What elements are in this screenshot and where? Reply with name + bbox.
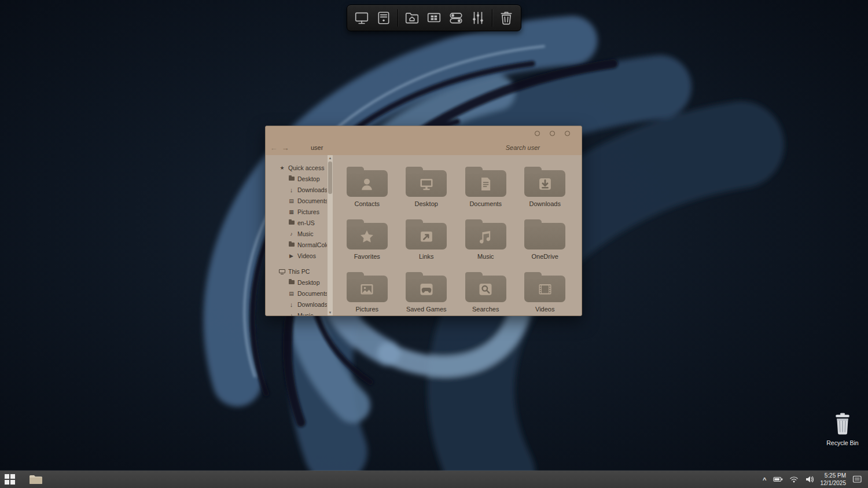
taskbar-clock[interactable]: 5:25 PM 12/1/2025	[821, 472, 847, 487]
sidebar-item-documents[interactable]: ▤ Documents	[266, 195, 327, 206]
sidebar-item-en-us[interactable]: en-US	[266, 217, 327, 228]
folder-label: Contacts	[355, 201, 380, 207]
folder-icon	[524, 276, 565, 302]
sidebar-item-downloads[interactable]: ↓ Downloads	[266, 184, 327, 195]
toggles-icon	[448, 10, 464, 25]
sidebar-item-label: NormalColor	[297, 241, 327, 248]
folder-tile-onedrive[interactable]: OneDrive	[516, 215, 575, 267]
titlebar[interactable]	[266, 126, 582, 140]
battery-tray-button[interactable]	[773, 475, 783, 484]
sidebar-item-desktop[interactable]: Desktop	[266, 173, 327, 184]
dock-windows-drive-button[interactable]	[423, 8, 445, 28]
monitor-icon	[354, 10, 369, 25]
sidebar-section-label: Quick access	[288, 164, 324, 171]
maximize-button[interactable]	[550, 131, 555, 136]
sidebar-item-videos[interactable]: ▶ Videos	[266, 250, 327, 261]
sidebar-item-pc-desktop[interactable]: Desktop	[266, 277, 327, 288]
download-icon	[536, 176, 554, 192]
scroll-up-arrow[interactable]: ▲	[328, 155, 333, 161]
folder-tile-downloads[interactable]: Downloads	[516, 162, 575, 215]
server-icon	[376, 10, 391, 25]
sidebar-section-this-pc[interactable]: This PC	[266, 266, 327, 277]
recycle-bin-shortcut[interactable]: Recycle Bin	[826, 412, 859, 446]
close-button[interactable]	[565, 131, 570, 136]
dock-home-folder-button[interactable]	[401, 8, 423, 28]
folder-tile-links[interactable]: Links	[397, 215, 457, 267]
folder-icon	[289, 280, 295, 284]
folder-grid: Contacts Desktop	[337, 162, 575, 315]
windows-logo-icon	[5, 474, 15, 485]
volume-tray-button[interactable]	[805, 475, 814, 484]
breadcrumb[interactable]: user	[311, 144, 323, 151]
file-explorer-window: ← → user Search user ★ Quick access Desk…	[265, 126, 582, 316]
dock-sliders-button[interactable]	[467, 8, 489, 28]
back-button[interactable]: ←	[268, 144, 279, 152]
dock-monitor-button[interactable]	[351, 8, 373, 28]
start-button[interactable]	[0, 471, 20, 488]
computer-icon	[279, 269, 285, 273]
folder-label: Pictures	[355, 306, 378, 313]
folder-icon	[524, 223, 565, 249]
folder-tile-searches[interactable]: Searches	[456, 267, 516, 315]
folder-icon	[29, 474, 43, 485]
dock-server-button[interactable]	[373, 8, 395, 28]
sidebar-scrollbar[interactable]: ▲ ▼	[328, 155, 333, 315]
desktop-dock	[347, 5, 521, 31]
folder-icon	[406, 223, 447, 249]
folder-icon	[289, 221, 295, 225]
sidebar-item-pc-downloads[interactable]: ↓ Downloads	[266, 299, 327, 310]
folder-label: OneDrive	[532, 254, 558, 260]
dock-divider	[492, 9, 492, 27]
folder-label: Favorites	[354, 254, 380, 260]
folder-label: Documents	[469, 201, 502, 207]
scroll-down-arrow[interactable]: ▼	[328, 310, 333, 315]
clock-time: 5:25 PM	[821, 472, 847, 479]
dock-toggles-button[interactable]	[445, 8, 467, 28]
music-icon: ♪	[288, 231, 295, 237]
notification-icon	[852, 475, 862, 484]
sidebar-section-quick-access[interactable]: ★ Quick access	[266, 162, 327, 173]
sidebar-item-music[interactable]: ♪ Music	[266, 228, 327, 239]
dock-divider	[398, 9, 398, 27]
folder-icon	[289, 177, 295, 181]
sidebar-item-pc-music[interactable]: ♪ Music	[266, 310, 327, 315]
sidebar-item-label: Documents	[297, 290, 327, 297]
action-center-button[interactable]	[852, 475, 862, 484]
folder-label: Desktop	[415, 201, 438, 207]
speaker-icon	[805, 475, 814, 484]
minimize-button[interactable]	[535, 131, 540, 136]
folder-icon	[465, 276, 506, 302]
dock-trash-button[interactable]	[495, 8, 517, 28]
forward-button[interactable]: →	[279, 144, 291, 152]
monitor-icon	[418, 176, 435, 192]
show-hidden-icons-button[interactable]: ^	[763, 476, 766, 483]
folder-tile-videos[interactable]: Videos	[516, 267, 575, 315]
download-icon: ↓	[288, 186, 295, 193]
folder-tile-documents[interactable]: Documents	[456, 162, 516, 215]
trash-icon	[499, 10, 514, 25]
folder-tile-contacts[interactable]: Contacts	[337, 162, 397, 215]
sidebar-item-pc-documents[interactable]: ▤ Documents	[266, 288, 327, 299]
search-input[interactable]: Search user	[506, 140, 540, 155]
clock-date: 12/1/2025	[821, 479, 847, 487]
folder-tile-music[interactable]: Music	[456, 215, 516, 267]
scrollbar-thumb[interactable]	[328, 162, 332, 194]
folder-icon	[406, 170, 447, 197]
file-explorer-taskbar-button[interactable]	[24, 471, 47, 488]
sidebar-item-label: Music	[297, 230, 313, 237]
folder-label: Searches	[472, 306, 499, 313]
wifi-icon	[789, 475, 799, 484]
home-folder-icon	[404, 10, 420, 25]
sidebar-item-normalcolor[interactable]: NormalColor	[266, 239, 327, 250]
folder-tile-saved-games[interactable]: Saved Games	[397, 267, 457, 315]
network-tray-button[interactable]	[789, 475, 799, 484]
sidebar-item-label: Videos	[297, 252, 316, 259]
folder-tile-favorites[interactable]: Favorites	[337, 215, 397, 267]
folder-tile-desktop[interactable]: Desktop	[397, 162, 457, 215]
folder-label: Saved Games	[406, 306, 447, 313]
folder-label: Links	[419, 254, 434, 260]
sidebar-item-pictures[interactable]: ▦ Pictures	[266, 206, 327, 217]
folder-tile-pictures[interactable]: Pictures	[337, 267, 397, 315]
document-icon: ▤	[288, 291, 295, 296]
navigation-pane: ★ Quick access Desktop ↓ Downloads ▤ Doc…	[266, 155, 327, 315]
